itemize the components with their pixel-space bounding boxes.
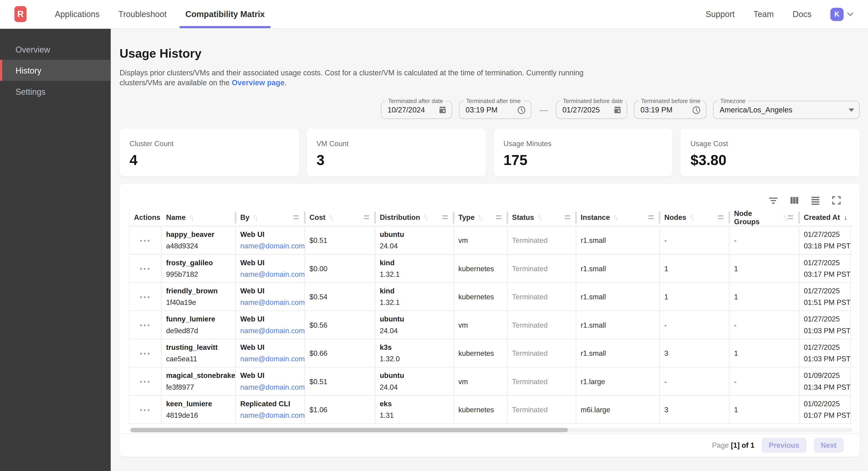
cluster-id: de9ed87d — [166, 325, 235, 336]
cost-value: $1.06 — [309, 404, 375, 415]
cluster-type: vm — [458, 319, 507, 331]
creator-email-link[interactable]: name@domain.com — [240, 297, 305, 308]
stat-label: Cluster Count — [129, 139, 289, 148]
column-header-by[interactable]: By↑↓ — [236, 209, 305, 226]
creator-email-link[interactable]: name@domain.com — [240, 381, 305, 393]
column-header-cost[interactable]: Cost↑↓ — [305, 209, 375, 226]
row-actions-button[interactable]: ●●● — [129, 407, 161, 412]
calendar-icon[interactable] — [438, 106, 447, 114]
column-label: By — [240, 213, 249, 222]
column-label: Nodes — [664, 213, 686, 222]
node-groups-count: 1 — [734, 404, 799, 415]
column-header-nodes[interactable]: Nodes↑↓ — [660, 209, 730, 226]
creator-email-link[interactable]: name@domain.com — [240, 325, 305, 336]
terminated-before-time-field[interactable]: Terminated before time 03:19 PM — [634, 101, 707, 119]
terminated-before-date-field[interactable]: Terminated before date 01/27/2025 — [556, 101, 627, 119]
overview-page-link[interactable]: Overview page — [232, 79, 284, 87]
column-header-instance[interactable]: Instance↑↓ — [576, 209, 660, 226]
replicated-logo[interactable]: R — [14, 6, 27, 22]
clock-icon[interactable] — [517, 106, 526, 114]
column-menu-icon[interactable] — [496, 214, 501, 221]
sidebar-item-overview[interactable]: Overview — [0, 39, 111, 60]
created-date: 01/02/2025 — [804, 398, 850, 410]
column-header-type[interactable]: Type↑↓ — [454, 209, 508, 226]
column-menu-icon[interactable] — [718, 214, 723, 221]
page-description: Displays prior clusters/VMs and their as… — [120, 68, 860, 88]
nav-link-support[interactable]: Support — [706, 9, 735, 19]
terminated-after-time-field[interactable]: Terminated after time 03:19 PM — [459, 101, 531, 119]
column-label: Instance — [581, 213, 610, 222]
column-header-status[interactable]: Status↑↓ — [508, 209, 576, 226]
cost-value: $0.56 — [309, 319, 375, 331]
filter-icon[interactable] — [768, 196, 778, 205]
node-groups-count: 1 — [734, 291, 799, 302]
table-body: ●●●happy_beavera48d9324Web UIname@domain… — [129, 226, 852, 424]
column-header-node-groups[interactable]: Node Groups↑↓ — [730, 209, 799, 226]
sort-desc-icon: ↓ — [844, 213, 847, 222]
instance-type: r1.small — [581, 319, 659, 331]
row-actions-button[interactable]: ●●● — [129, 266, 161, 271]
fullscreen-icon[interactable] — [831, 196, 841, 205]
nav-link-team[interactable]: Team — [753, 9, 774, 19]
nav-link-docs[interactable]: Docs — [793, 9, 812, 19]
row-actions-button[interactable]: ●●● — [129, 294, 161, 299]
density-icon[interactable] — [810, 196, 820, 205]
field-value: 03:19 PM — [466, 106, 513, 114]
cluster-name: magical_stonebraker — [166, 370, 235, 381]
terminated-after-date-field[interactable]: Terminated after date 10/27/2024 — [381, 101, 452, 119]
column-menu-icon[interactable] — [788, 214, 793, 221]
column-header-name[interactable]: Name↑↓ — [162, 209, 236, 226]
column-header-created-at[interactable]: Created At↓ — [799, 209, 851, 226]
stat-label: VM Count — [316, 139, 476, 148]
next-button[interactable]: Next — [814, 438, 844, 453]
instance-type: m6i.large — [581, 404, 659, 415]
timezone-select[interactable]: Timezone America/Los_Angeles — [713, 101, 860, 119]
column-menu-icon[interactable] — [364, 214, 369, 221]
account-menu[interactable]: K — [831, 7, 854, 21]
cluster-name: trusting_leavitt — [166, 342, 235, 353]
cluster-name: funny_lumiere — [166, 313, 235, 325]
sidebar-item-settings[interactable]: Settings — [0, 81, 111, 102]
row-actions-button[interactable]: ●●● — [129, 238, 161, 243]
cluster-name: frosty_galileo — [166, 257, 235, 268]
field-label: Terminated after date — [386, 97, 445, 104]
cluster-name: keen_lumiere — [166, 398, 235, 410]
creator-email-link[interactable]: name@domain.com — [240, 410, 305, 421]
calendar-icon[interactable] — [614, 106, 622, 114]
sidebar-item-history[interactable]: History — [0, 60, 111, 81]
nodes-count: - — [664, 234, 729, 246]
distribution-name: kind — [380, 257, 453, 268]
cluster-id: a48d9324 — [166, 240, 235, 252]
tab-applications[interactable]: Applications — [45, 0, 109, 28]
column-menu-icon[interactable] — [565, 214, 570, 221]
row-actions-button[interactable]: ●●● — [129, 379, 161, 384]
column-menu-icon[interactable] — [293, 214, 299, 221]
created-date: 01/27/2025 — [804, 229, 850, 240]
cluster-type: kubernetes — [458, 263, 507, 274]
column-label: Cost — [309, 213, 325, 222]
columns-icon[interactable] — [789, 196, 799, 205]
created-by: Web UI — [240, 285, 305, 297]
row-actions-button[interactable]: ●●● — [129, 351, 161, 356]
tab-compatibility-matrix[interactable]: Compatibility Matrix — [176, 0, 274, 28]
column-menu-icon[interactable] — [442, 214, 448, 221]
previous-button[interactable]: Previous — [762, 438, 806, 453]
creator-email-link[interactable]: name@domain.com — [240, 268, 305, 280]
field-value: 03:19 PM — [641, 106, 687, 114]
clock-icon[interactable] — [692, 106, 701, 114]
scrollbar-thumb[interactable] — [131, 428, 568, 432]
created-time: 01:34 PM PST — [804, 381, 850, 393]
page-title: Usage History — [120, 47, 860, 61]
range-separator: — — [538, 105, 549, 115]
stat-value: 3 — [316, 152, 476, 169]
usage-table: ActionsName↑↓By↑↓Cost↑↓Distribution↑↓Typ… — [129, 209, 852, 424]
creator-email-link[interactable]: name@domain.com — [240, 353, 305, 364]
column-header-distribution[interactable]: Distribution↑↓ — [375, 209, 454, 226]
cluster-type: vm — [458, 234, 507, 246]
column-menu-icon[interactable] — [648, 214, 654, 221]
tab-troubleshoot[interactable]: Troubleshoot — [109, 0, 176, 28]
created-by: Replicated CLI — [240, 398, 305, 410]
creator-email-link[interactable]: name@domain.com — [240, 240, 305, 252]
distribution-name: ubuntu — [380, 229, 453, 240]
row-actions-button[interactable]: ●●● — [129, 322, 161, 327]
